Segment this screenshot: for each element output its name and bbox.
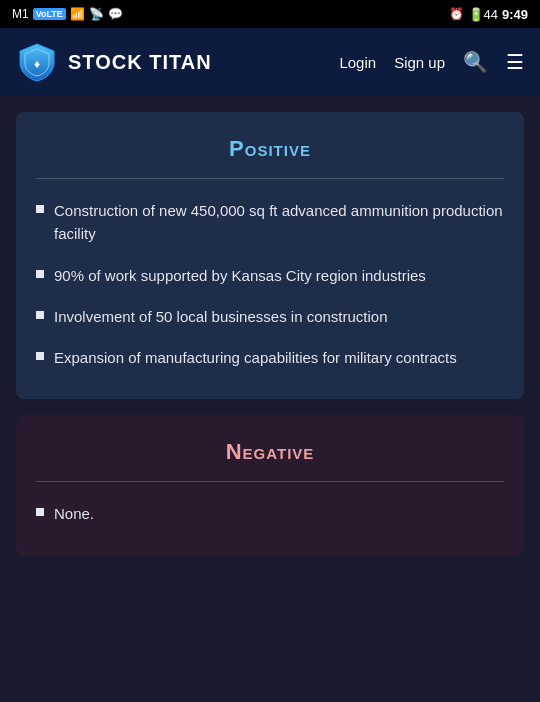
status-right: ⏰ 🔋44 9:49	[449, 7, 529, 22]
list-item: Construction of new 450,000 sq ft advanc…	[36, 199, 504, 246]
time-display: 9:49	[502, 7, 528, 22]
positive-item-1: Construction of new 450,000 sq ft advanc…	[54, 199, 504, 246]
main-content: Positive Construction of new 450,000 sq …	[0, 112, 540, 556]
svg-text:♦: ♦	[34, 57, 40, 71]
status-left: M1 VoLTE 📶 📡 💬	[12, 7, 123, 21]
wifi-icon: 📡	[89, 7, 104, 21]
signup-link[interactable]: Sign up	[394, 54, 445, 71]
positive-divider	[36, 178, 504, 179]
positive-item-3: Involvement of 50 local businesses in co…	[54, 305, 388, 328]
positive-card: Positive Construction of new 450,000 sq …	[16, 112, 524, 399]
bullet-icon	[36, 508, 44, 516]
status-bar: M1 VoLTE 📶 📡 💬 ⏰ 🔋44 9:49	[0, 0, 540, 28]
alarm-icon: ⏰	[449, 7, 464, 21]
app-title: STOCK TITAN	[68, 51, 212, 74]
menu-icon[interactable]: ☰	[506, 50, 524, 74]
positive-item-4: Expansion of manufacturing capabilities …	[54, 346, 457, 369]
positive-title: Positive	[36, 136, 504, 162]
list-item: Expansion of manufacturing capabilities …	[36, 346, 504, 369]
signal-icon: 📶	[70, 7, 85, 21]
logo-container: ♦ STOCK TITAN	[16, 41, 327, 83]
negative-item-1: None.	[54, 502, 94, 525]
negative-card: Negative None.	[16, 415, 524, 555]
battery-icon: 🔋44	[468, 7, 498, 22]
negative-list: None.	[36, 502, 504, 525]
list-item: Involvement of 50 local businesses in co…	[36, 305, 504, 328]
list-item: 90% of work supported by Kansas City reg…	[36, 264, 504, 287]
header-nav: Login Sign up 🔍 ☰	[339, 50, 524, 74]
bullet-icon	[36, 270, 44, 278]
bullet-icon	[36, 352, 44, 360]
list-item: None.	[36, 502, 504, 525]
negative-divider	[36, 481, 504, 482]
whatsapp-icon: 💬	[108, 7, 123, 21]
bullet-icon	[36, 205, 44, 213]
positive-list: Construction of new 450,000 sq ft advanc…	[36, 199, 504, 369]
login-link[interactable]: Login	[339, 54, 376, 71]
logo-icon: ♦	[16, 41, 58, 83]
bullet-icon	[36, 311, 44, 319]
volte-badge: VoLTE	[33, 8, 66, 20]
carrier-label: M1	[12, 7, 29, 21]
app-header: ♦ STOCK TITAN Login Sign up 🔍 ☰	[0, 28, 540, 96]
negative-title: Negative	[36, 439, 504, 465]
search-icon[interactable]: 🔍	[463, 50, 488, 74]
positive-item-2: 90% of work supported by Kansas City reg…	[54, 264, 426, 287]
